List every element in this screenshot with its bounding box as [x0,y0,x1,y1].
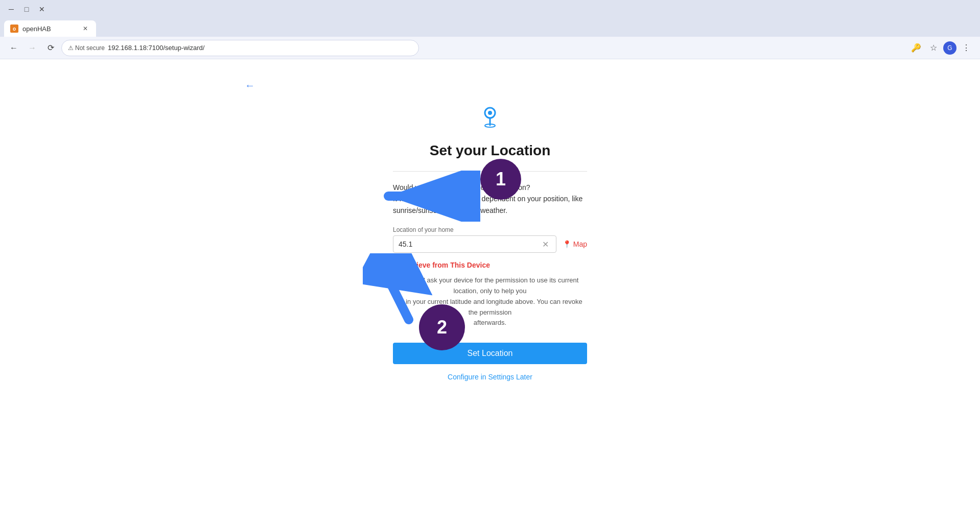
menu-button[interactable]: ⋮ [959,40,974,56]
back-to-wizard-button[interactable]: ← [245,80,255,91]
retrieve-from-device-button[interactable]: ➤ Retrieve from This Device [393,261,490,269]
location-input[interactable] [399,240,541,248]
location-form: Location of your home ✕ 📍 Map ➤ Retrieve… [393,226,587,381]
location-field-label: Location of your home [393,226,587,233]
retrieve-btn-label: Retrieve from This Device [402,261,490,269]
svg-point-1 [488,111,492,115]
back-button[interactable]: ← [6,40,21,56]
reload-button[interactable]: ⟳ [43,40,58,56]
location-input-wrapper: ✕ [393,235,556,253]
tab-title: openHAB [22,25,51,33]
location-input-row: ✕ 📍 Map [393,235,587,253]
bookmark-button[interactable]: ☆ [926,40,941,56]
configure-later-button[interactable]: Configure in Settings Later [448,373,532,381]
map-link-button[interactable]: 📍 Map [563,240,587,248]
description-text: Would you like to set your home's locati… [393,182,587,216]
address-bar[interactable]: ⚠ Not secure 192.168.1.18:7100/setup-wiz… [61,40,419,56]
tab-close-button[interactable]: ✕ [81,24,90,33]
clear-input-button[interactable]: ✕ [541,239,551,249]
window-close-button[interactable]: ✕ [35,2,49,16]
security-indicator: ⚠ Not secure [68,44,105,52]
not-secure-label: Not secure [75,44,105,52]
map-pin-icon: 📍 [563,240,571,248]
location-page-icon [475,102,505,132]
location-icon-wrapper [475,102,505,134]
retrieve-description: This will ask your device for the permis… [393,275,587,328]
forward-button[interactable]: → [25,40,40,56]
window-maximize-button[interactable]: □ [19,2,34,16]
section-divider [393,171,587,172]
page-title: Set your Location [430,142,550,159]
map-link-label: Map [573,240,587,248]
page-content: ← Set your Location Would you like to se… [0,59,980,525]
tab-favicon: o [10,25,18,33]
warning-icon: ⚠ [68,44,74,52]
window-minimize-button[interactable]: ─ [4,2,18,16]
description-line2: It will help determining data dependent … [393,195,582,203]
profile-avatar[interactable]: G [943,41,956,55]
password-manager-button[interactable]: 🔑 [908,40,924,56]
set-location-button[interactable]: Set Location [393,343,587,364]
description-line1: Would you like to set your home's locati… [393,183,530,192]
navigation-icon: ➤ [393,261,399,269]
address-text: 192.168.1.18:7100/setup-wizard/ [108,44,412,52]
description-line3: sunrise/sunset times or the weather. [393,206,507,214]
browser-tab[interactable]: o openHAB ✕ [4,20,96,37]
